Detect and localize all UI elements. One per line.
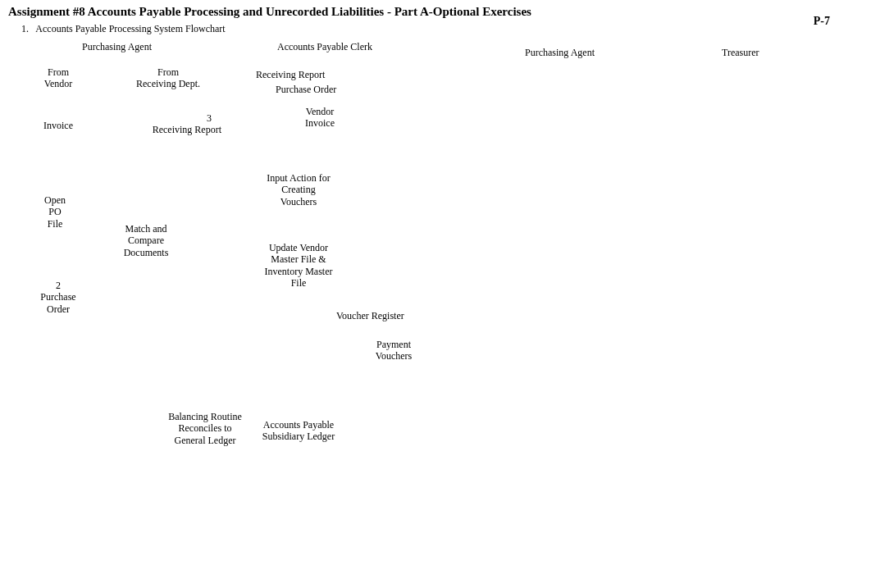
from-receiving-line1: From: [131, 66, 205, 78]
purchase-order-number: 2: [33, 280, 84, 291]
match-line3: Documents: [115, 247, 177, 258]
update-line4: File: [258, 277, 340, 289]
match-line2: Compare: [115, 235, 177, 246]
col-purchasing-agent-left: Purchasing Agent: [82, 41, 152, 53]
node-receiving-report: 3 Receiving Report: [139, 112, 221, 136]
payment-line2: Vouchers: [371, 350, 417, 362]
node-from-vendor: From Vendor: [39, 66, 77, 90]
node-voucher-register: Voucher Register: [336, 310, 404, 321]
node-ap-receiving-report: Receiving Report: [256, 69, 325, 80]
node-update-master: Update Vendor Master File & Inventory Ma…: [258, 242, 340, 289]
from-vendor-line2: Vendor: [39, 78, 77, 89]
col-treasurer: Treasurer: [722, 47, 759, 59]
balancing-line3: General Ledger: [162, 435, 248, 446]
input-action-line3: Vouchers: [259, 196, 338, 207]
payment-line1: Payment: [371, 339, 417, 350]
subtitle-index: 1.: [21, 23, 29, 34]
node-invoice: Invoice: [43, 120, 73, 131]
from-receiving-line2: Receiving Dept.: [131, 78, 205, 89]
node-balancing-routine: Balancing Routine Reconciles to General …: [162, 411, 248, 446]
from-vendor-line1: From: [39, 66, 77, 78]
purchase-order-line1: Purchase: [33, 291, 84, 303]
update-line3: Inventory Master: [258, 266, 340, 277]
update-line1: Update Vendor: [258, 242, 340, 253]
input-action-line2: Creating: [259, 184, 338, 195]
node-from-receiving: From Receiving Dept.: [131, 66, 205, 90]
node-ap-subsidiary-ledger: Accounts Payable Subsidiary Ledger: [258, 419, 340, 443]
open-po-line1: Open: [36, 194, 74, 206]
node-match-compare: Match and Compare Documents: [115, 223, 177, 258]
assignment-title: Assignment #8 Accounts Payable Processin…: [8, 5, 531, 19]
purchase-order-line2: Order: [33, 303, 84, 315]
open-po-line2: PO: [36, 206, 74, 217]
vendor-invoice-line1: Vendor: [297, 106, 343, 117]
vendor-invoice-line2: Invoice: [297, 117, 343, 129]
col-ap-clerk: Accounts Payable Clerk: [277, 41, 372, 53]
page-number: P-7: [814, 15, 830, 28]
ap-ledger-line1: Accounts Payable: [258, 419, 340, 431]
input-action-line1: Input Action for: [259, 172, 338, 184]
node-input-action: Input Action for Creating Vouchers: [259, 172, 338, 207]
col-purchasing-agent-right: Purchasing Agent: [525, 47, 595, 59]
open-po-line3: File: [36, 218, 74, 230]
balancing-line1: Balancing Routine: [162, 411, 248, 422]
node-purchase-order: 2 Purchase Order: [33, 280, 84, 315]
node-payment-vouchers: Payment Vouchers: [371, 339, 417, 362]
node-open-po-file: Open PO File: [36, 194, 74, 230]
match-line1: Match and: [115, 223, 177, 235]
receiving-report-number: 3: [139, 112, 221, 124]
ap-ledger-line2: Subsidiary Ledger: [258, 431, 340, 442]
update-line2: Master File &: [258, 253, 340, 265]
balancing-line2: Reconciles to: [162, 422, 248, 434]
subtitle-text: Accounts Payable Processing System Flowc…: [35, 23, 225, 34]
node-vendor-invoice: Vendor Invoice: [297, 106, 343, 130]
subtitle: 1. Accounts Payable Processing System Fl…: [21, 23, 226, 35]
receiving-report-label: Receiving Report: [139, 124, 221, 135]
node-ap-purchase-order: Purchase Order: [276, 84, 336, 95]
